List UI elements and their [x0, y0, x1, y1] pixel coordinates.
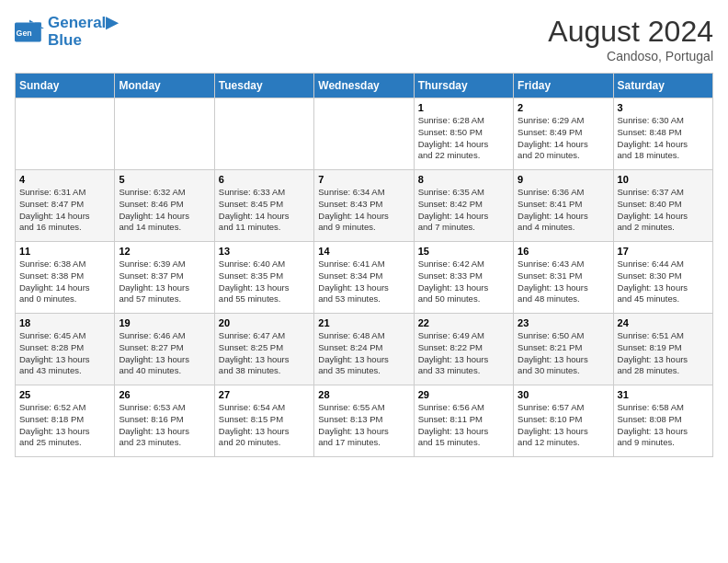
day-number: 18 [19, 317, 110, 328]
calendar-week-row: 11Sunrise: 6:38 AMSunset: 8:38 PMDayligh… [16, 242, 713, 314]
day-info: Sunrise: 6:29 AMSunset: 8:49 PMDaylight:… [518, 115, 609, 162]
calendar-cell: 22Sunrise: 6:49 AMSunset: 8:22 PMDayligh… [414, 314, 513, 385]
col-header-saturday: Saturday [613, 74, 712, 98]
col-header-tuesday: Tuesday [214, 74, 313, 98]
calendar-cell: 28Sunrise: 6:55 AMSunset: 8:13 PMDayligh… [314, 385, 414, 457]
calendar-header-row: SundayMondayTuesdayWednesdayThursdayFrid… [16, 74, 713, 98]
day-info: Sunrise: 6:38 AMSunset: 8:38 PMDaylight:… [19, 259, 110, 305]
day-number: 21 [318, 317, 409, 328]
day-info: Sunrise: 6:47 AMSunset: 8:25 PMDaylight:… [219, 330, 310, 377]
calendar-cell: 8Sunrise: 6:35 AMSunset: 8:42 PMDaylight… [414, 170, 513, 242]
calendar-cell: 27Sunrise: 6:54 AMSunset: 8:15 PMDayligh… [214, 385, 313, 457]
day-number: 30 [518, 389, 609, 400]
day-number: 10 [618, 174, 709, 185]
calendar-cell: 6Sunrise: 6:33 AMSunset: 8:45 PMDaylight… [214, 170, 313, 242]
day-info: Sunrise: 6:35 AMSunset: 8:42 PMDaylight:… [418, 187, 509, 234]
calendar-cell: 14Sunrise: 6:41 AMSunset: 8:34 PMDayligh… [314, 242, 414, 314]
calendar-cell: 25Sunrise: 6:52 AMSunset: 8:18 PMDayligh… [16, 385, 115, 457]
calendar-cell: 4Sunrise: 6:31 AMSunset: 8:47 PMDaylight… [16, 170, 115, 242]
day-number: 27 [219, 389, 310, 400]
calendar-cell: 26Sunrise: 6:53 AMSunset: 8:16 PMDayligh… [115, 385, 214, 457]
day-info: Sunrise: 6:37 AMSunset: 8:40 PMDaylight:… [618, 187, 709, 234]
day-number: 2 [518, 102, 609, 113]
day-info: Sunrise: 6:32 AMSunset: 8:46 PMDaylight:… [119, 187, 210, 234]
calendar-cell: 17Sunrise: 6:44 AMSunset: 8:30 PMDayligh… [613, 242, 712, 314]
day-info: Sunrise: 6:51 AMSunset: 8:19 PMDaylight:… [618, 330, 709, 377]
day-info: Sunrise: 6:48 AMSunset: 8:24 PMDaylight:… [318, 330, 409, 377]
calendar-cell: 11Sunrise: 6:38 AMSunset: 8:38 PMDayligh… [16, 242, 115, 314]
day-info: Sunrise: 6:52 AMSunset: 8:18 PMDaylight:… [19, 402, 110, 449]
calendar-cell [314, 98, 414, 170]
logo-line2: Blue [48, 32, 118, 50]
day-number: 31 [618, 389, 709, 400]
calendar-cell: 1Sunrise: 6:28 AMSunset: 8:50 PMDaylight… [414, 98, 513, 170]
day-info: Sunrise: 6:49 AMSunset: 8:22 PMDaylight:… [418, 330, 509, 377]
col-header-wednesday: Wednesday [314, 74, 414, 98]
calendar-cell [16, 98, 115, 170]
logo-icon: Gen [15, 19, 44, 45]
day-info: Sunrise: 6:40 AMSunset: 8:35 PMDaylight:… [219, 259, 310, 305]
day-number: 25 [19, 389, 110, 400]
calendar-cell: 7Sunrise: 6:34 AMSunset: 8:43 PMDaylight… [314, 170, 414, 242]
day-number: 19 [119, 317, 210, 328]
logo-line1: General▶ [48, 15, 118, 32]
day-info: Sunrise: 6:41 AMSunset: 8:34 PMDaylight:… [318, 259, 409, 305]
day-number: 4 [19, 174, 110, 185]
calendar-cell: 30Sunrise: 6:57 AMSunset: 8:10 PMDayligh… [514, 385, 613, 457]
calendar-week-row: 18Sunrise: 6:45 AMSunset: 8:28 PMDayligh… [16, 314, 713, 385]
day-number: 23 [518, 317, 609, 328]
day-number: 20 [219, 317, 310, 328]
day-number: 17 [618, 246, 709, 257]
calendar-cell: 23Sunrise: 6:50 AMSunset: 8:21 PMDayligh… [514, 314, 613, 385]
calendar-week-row: 4Sunrise: 6:31 AMSunset: 8:47 PMDaylight… [16, 170, 713, 242]
day-number: 22 [418, 317, 509, 328]
day-number: 16 [518, 246, 609, 257]
calendar-table: SundayMondayTuesdayWednesdayThursdayFrid… [15, 73, 713, 457]
day-info: Sunrise: 6:36 AMSunset: 8:41 PMDaylight:… [518, 187, 609, 234]
calendar-cell: 19Sunrise: 6:46 AMSunset: 8:27 PMDayligh… [115, 314, 214, 385]
calendar-cell: 12Sunrise: 6:39 AMSunset: 8:37 PMDayligh… [115, 242, 214, 314]
calendar-cell: 16Sunrise: 6:43 AMSunset: 8:31 PMDayligh… [514, 242, 613, 314]
col-header-thursday: Thursday [414, 74, 513, 98]
calendar-cell: 13Sunrise: 6:40 AMSunset: 8:35 PMDayligh… [214, 242, 313, 314]
day-info: Sunrise: 6:28 AMSunset: 8:50 PMDaylight:… [418, 115, 509, 162]
calendar-cell [115, 98, 214, 170]
calendar-cell: 21Sunrise: 6:48 AMSunset: 8:24 PMDayligh… [314, 314, 414, 385]
day-info: Sunrise: 6:34 AMSunset: 8:43 PMDaylight:… [318, 187, 409, 234]
day-info: Sunrise: 6:42 AMSunset: 8:33 PMDaylight:… [418, 259, 509, 305]
day-info: Sunrise: 6:54 AMSunset: 8:15 PMDaylight:… [219, 402, 310, 449]
logo: Gen General▶ Blue [15, 15, 118, 49]
day-info: Sunrise: 6:46 AMSunset: 8:27 PMDaylight:… [119, 330, 210, 377]
calendar-cell: 15Sunrise: 6:42 AMSunset: 8:33 PMDayligh… [414, 242, 513, 314]
day-number: 29 [418, 389, 509, 400]
day-number: 26 [119, 389, 210, 400]
calendar-cell: 10Sunrise: 6:37 AMSunset: 8:40 PMDayligh… [613, 170, 712, 242]
calendar-week-row: 1Sunrise: 6:28 AMSunset: 8:50 PMDaylight… [16, 98, 713, 170]
day-number: 28 [318, 389, 409, 400]
page-header: Gen General▶ Blue August 2024 Candoso, P… [15, 15, 713, 63]
day-number: 3 [618, 102, 709, 113]
calendar-cell: 20Sunrise: 6:47 AMSunset: 8:25 PMDayligh… [214, 314, 313, 385]
calendar-cell: 18Sunrise: 6:45 AMSunset: 8:28 PMDayligh… [16, 314, 115, 385]
day-number: 15 [418, 246, 509, 257]
day-info: Sunrise: 6:45 AMSunset: 8:28 PMDaylight:… [19, 330, 110, 377]
calendar-cell [214, 98, 313, 170]
day-info: Sunrise: 6:55 AMSunset: 8:13 PMDaylight:… [318, 402, 409, 449]
calendar-week-row: 25Sunrise: 6:52 AMSunset: 8:18 PMDayligh… [16, 385, 713, 457]
month-year-title: August 2024 [548, 15, 713, 49]
calendar-cell: 31Sunrise: 6:58 AMSunset: 8:08 PMDayligh… [613, 385, 712, 457]
title-block: August 2024 Candoso, Portugal [548, 15, 713, 63]
day-info: Sunrise: 6:57 AMSunset: 8:10 PMDaylight:… [518, 402, 609, 449]
day-info: Sunrise: 6:33 AMSunset: 8:45 PMDaylight:… [219, 187, 310, 234]
day-info: Sunrise: 6:43 AMSunset: 8:31 PMDaylight:… [518, 259, 609, 305]
day-info: Sunrise: 6:53 AMSunset: 8:16 PMDaylight:… [119, 402, 210, 449]
day-number: 13 [219, 246, 310, 257]
day-info: Sunrise: 6:50 AMSunset: 8:21 PMDaylight:… [518, 330, 609, 377]
day-info: Sunrise: 6:58 AMSunset: 8:08 PMDaylight:… [618, 402, 709, 449]
location-label: Candoso, Portugal [548, 49, 713, 63]
col-header-sunday: Sunday [16, 74, 115, 98]
day-number: 12 [119, 246, 210, 257]
day-number: 1 [418, 102, 509, 113]
day-info: Sunrise: 6:44 AMSunset: 8:30 PMDaylight:… [618, 259, 709, 305]
day-info: Sunrise: 6:56 AMSunset: 8:11 PMDaylight:… [418, 402, 509, 449]
